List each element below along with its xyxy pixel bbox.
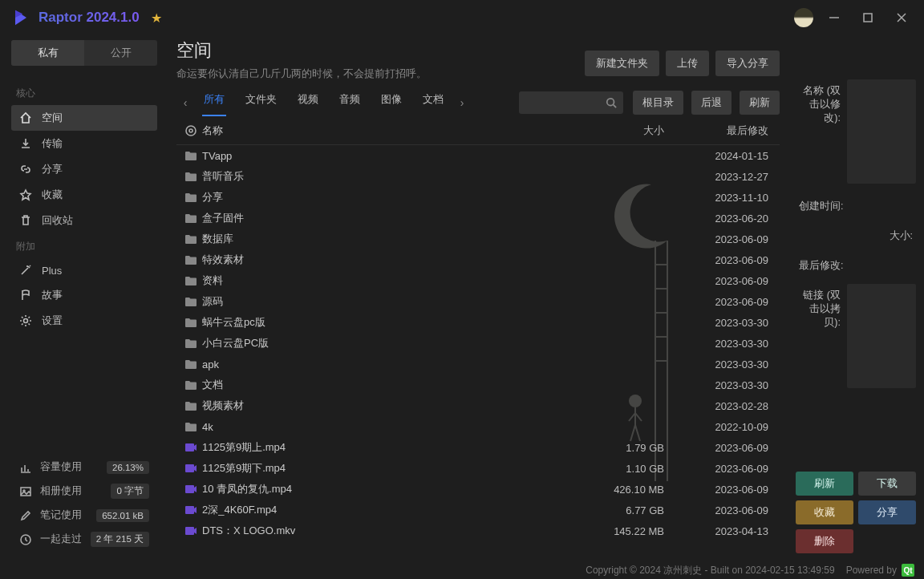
tab-folder[interactable]: 文件夹	[244, 89, 278, 116]
file-row[interactable]: 10 青凤的复仇.mp4426.10 MB2023-06-09	[176, 479, 780, 500]
import-share-button[interactable]: 导入分享	[715, 51, 780, 76]
gear-icon	[19, 314, 32, 327]
tab-doc[interactable]: 文档	[421, 89, 445, 116]
search-input[interactable]	[519, 91, 623, 114]
file-row[interactable]: 小白云盘PC版2023-03-30	[176, 333, 780, 354]
tab-all[interactable]: 所有	[202, 89, 226, 116]
stat-label: 容量使用	[40, 460, 82, 474]
file-name: 1125第9期上.mp4	[202, 440, 592, 455]
search-icon	[606, 97, 617, 108]
folder-icon	[184, 400, 202, 411]
go-back-button[interactable]: 后退	[691, 91, 732, 115]
new-folder-button[interactable]: 新建文件夹	[585, 51, 659, 76]
file-name: 分享	[202, 190, 592, 204]
file-row[interactable]: 1125第9期上.mp41.79 GB2023-06-09	[176, 437, 780, 458]
avatar[interactable]	[794, 8, 813, 27]
app-logo: Raptor 2024.1.0 ★	[10, 6, 162, 29]
refresh-button[interactable]: 刷新	[740, 91, 780, 115]
file-row[interactable]: 源码2023-06-09	[176, 291, 780, 312]
folder-icon	[184, 254, 202, 265]
folder-icon	[184, 192, 202, 203]
sidebar-item-space[interactable]: 空间	[11, 105, 157, 131]
pencil-icon	[19, 509, 32, 522]
file-row[interactable]: 蜗牛云盘pc版2023-03-30	[176, 312, 780, 333]
file-size: 1.10 GB	[592, 463, 688, 475]
file-row[interactable]: 盒子固件2023-06-20	[176, 208, 780, 229]
sidebar-item-fav[interactable]: 收藏	[11, 182, 157, 208]
action-share-button[interactable]: 分享	[858, 500, 916, 524]
clock-icon	[19, 533, 32, 546]
file-date: 2023-06-09	[688, 442, 776, 454]
file-row[interactable]: apk2023-03-30	[176, 354, 780, 375]
file-date: 2022-10-09	[688, 421, 776, 433]
upload-button[interactable]: 上传	[666, 51, 709, 76]
file-row[interactable]: 数据库2023-06-09	[176, 229, 780, 249]
file-row[interactable]: 特效素材2023-06-09	[176, 249, 780, 270]
download-icon	[19, 137, 32, 150]
file-row[interactable]: 1125第9期下.mp41.10 GB2023-06-09	[176, 458, 780, 479]
svg-rect-9	[185, 443, 194, 451]
file-row[interactable]: 分享2023-11-10	[176, 187, 780, 208]
prop-size-label: 大小:	[796, 225, 916, 248]
file-row[interactable]: TVapp2024-01-15	[176, 145, 780, 166]
qt-icon: Qt	[902, 564, 914, 577]
select-all-icon[interactable]	[184, 124, 202, 137]
window-close-button[interactable]	[895, 11, 908, 24]
video-icon	[184, 442, 202, 453]
sidebar-item-label: 收藏	[42, 188, 63, 202]
prop-link-value[interactable]	[847, 284, 916, 388]
tab-image[interactable]: 图像	[379, 89, 403, 116]
sidebar-item-settings[interactable]: 设置	[11, 308, 157, 334]
visibility-segment: 私有 公开	[11, 40, 157, 66]
tab-video[interactable]: 视频	[296, 89, 320, 116]
file-row[interactable]: DTS：X LOGO.mkv145.22 MB2023-04-13	[176, 520, 780, 541]
powered-by: Powered by Qt	[846, 564, 914, 577]
action-refresh-button[interactable]: 刷新	[796, 472, 853, 496]
file-name: 资料	[202, 273, 592, 288]
stat-value: 652.01 kB	[96, 509, 149, 522]
sidebar-item-transfer[interactable]: 传输	[11, 131, 157, 156]
sidebar-item-share[interactable]: 分享	[11, 156, 157, 182]
sidebar-item-story[interactable]: 故事	[11, 282, 157, 308]
folder-icon	[184, 338, 202, 349]
prop-name-value[interactable]	[847, 79, 916, 184]
sidebar-item-plus[interactable]: Plus	[11, 258, 157, 282]
root-dir-button[interactable]: 根目录	[633, 91, 683, 115]
column-header-modified[interactable]: 最后修改	[688, 123, 776, 138]
stat-together: 一起走过2 年 215 天	[11, 527, 157, 552]
file-row[interactable]: 资料2023-06-09	[176, 270, 780, 291]
window-maximize-button[interactable]	[861, 11, 874, 24]
file-size: 1.79 GB	[592, 442, 688, 454]
stat-label: 相册使用	[40, 484, 82, 498]
file-date: 2023-06-09	[688, 463, 776, 475]
file-date: 2023-06-09	[688, 233, 776, 245]
folder-icon	[184, 317, 202, 328]
file-row[interactable]: 普听音乐2023-12-27	[176, 166, 780, 187]
file-row[interactable]: 2深_4K60F.mp46.77 GB2023-06-09	[176, 500, 780, 520]
sidebar-item-label: 传输	[42, 136, 63, 151]
segment-public[interactable]: 公开	[84, 40, 157, 66]
prop-modified-label: 最后修改:	[796, 254, 916, 277]
file-name: 小白云盘PC版	[202, 336, 592, 350]
file-date: 2023-06-09	[688, 484, 776, 496]
nav-forward-button[interactable]: ›	[453, 96, 471, 109]
nav-back-button[interactable]: ‹	[176, 96, 194, 109]
column-header-name[interactable]: 名称	[202, 123, 592, 138]
trash-icon	[19, 214, 32, 227]
tab-audio[interactable]: 音频	[338, 89, 362, 116]
image-icon	[19, 485, 32, 498]
file-row[interactable]: 视频素材2023-02-28	[176, 395, 780, 416]
file-row[interactable]: 4k2022-10-09	[176, 416, 780, 437]
file-name: 文档	[202, 378, 592, 392]
file-row[interactable]: 文档2023-03-30	[176, 375, 780, 395]
column-header-size[interactable]: 大小	[592, 123, 688, 138]
action-fav-button[interactable]: 收藏	[796, 500, 853, 524]
action-download-button[interactable]: 下载	[858, 472, 916, 496]
action-delete-button[interactable]: 删除	[796, 529, 853, 553]
wand-icon	[19, 264, 32, 277]
folder-icon	[184, 213, 202, 224]
segment-private[interactable]: 私有	[11, 40, 84, 66]
window-minimize-button[interactable]	[828, 11, 841, 24]
sidebar-item-trash[interactable]: 回收站	[11, 208, 157, 233]
main-content: 空间 命运要你认清自己几斤几两的时候，不会提前打招呼。 新建文件夹 上传 导入分…	[168, 35, 788, 561]
